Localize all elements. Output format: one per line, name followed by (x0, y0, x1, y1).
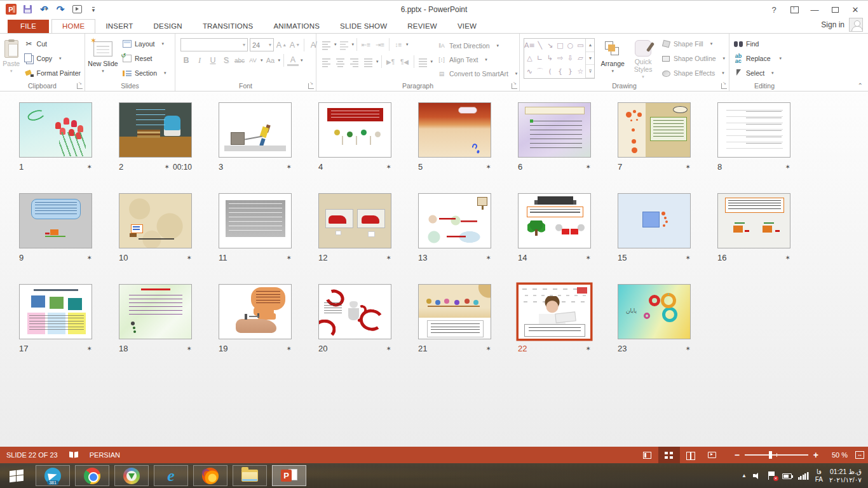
animation-star-icon[interactable]: ✶ (187, 345, 192, 352)
slide-thumbnail-11[interactable] (219, 193, 292, 248)
network-signal-icon[interactable] (798, 472, 809, 480)
taskbar-telegram[interactable]: 381 (36, 465, 70, 486)
action-center-icon[interactable]: ✕ (768, 471, 776, 480)
shape-effects-button[interactable]: Shape Effects ▾ (661, 67, 725, 79)
animation-star-icon[interactable]: ✶ (87, 163, 92, 170)
font-size-combo[interactable]: 24▾ (250, 38, 274, 51)
animation-star-icon[interactable]: ✶ (785, 254, 790, 261)
shrink-font-button[interactable]: A▼ (289, 39, 301, 51)
battery-icon[interactable] (782, 473, 792, 479)
slideshow-view-button[interactable] (702, 447, 723, 463)
decrease-indent-button[interactable]: ⇤≡ (360, 39, 372, 50)
tab-insert[interactable]: INSERT (95, 20, 143, 33)
animation-star-icon[interactable]: ✶ (386, 163, 391, 170)
slide-thumbnail-19[interactable] (219, 284, 292, 339)
animation-star-icon[interactable]: ✶ (586, 163, 591, 170)
restore-button[interactable] (826, 3, 844, 17)
zoom-slider-thumb[interactable] (769, 451, 772, 459)
zoom-out-button[interactable]: − (735, 450, 740, 460)
animation-star-icon[interactable]: ✶ (486, 163, 491, 170)
taskbar-powerpoint[interactable] (272, 465, 306, 486)
reading-view-button[interactable] (680, 447, 702, 463)
animation-star-icon[interactable]: ✶ (187, 254, 192, 261)
bullets-button[interactable] (320, 39, 333, 50)
grow-font-button[interactable]: A▲ (276, 39, 287, 51)
cut-button[interactable]: ✂Cut (24, 37, 81, 50)
justify-button[interactable] (362, 57, 375, 67)
slide-thumbnail-9[interactable] (19, 193, 92, 248)
slide-thumbnail-3[interactable] (219, 102, 292, 158)
tab-animations[interactable]: ANIMATIONS (263, 20, 330, 33)
tab-file[interactable]: FILE (8, 20, 49, 33)
slide-thumbnail-14[interactable] (518, 193, 591, 248)
taskbar-idm[interactable] (114, 465, 149, 486)
hidden-icons-button[interactable]: ▲ (742, 473, 747, 478)
slide-thumbnail-23[interactable]: پایان (618, 284, 691, 339)
tab-transitions[interactable]: TRANSITIONS (193, 20, 264, 33)
italic-button[interactable]: I (194, 55, 205, 66)
shape-outline-button[interactable]: Shape Outline ▾ (661, 52, 725, 65)
slide-thumbnail-13[interactable] (418, 193, 491, 248)
redo-icon[interactable]: ↷ (55, 4, 66, 15)
font-name-combo[interactable]: ▾ (180, 38, 248, 51)
layout-button[interactable]: Layout ▾ (122, 37, 166, 50)
align-right-button[interactable] (348, 57, 361, 67)
fit-to-window-button[interactable] (855, 451, 864, 459)
character-spacing-button[interactable]: AV (247, 55, 259, 66)
line-spacing-button[interactable]: ↕≡ (392, 39, 405, 50)
animation-star-icon[interactable]: ✶ (586, 345, 591, 352)
taskbar-file-explorer[interactable] (233, 465, 267, 486)
animation-star-icon[interactable]: ✶ (785, 163, 790, 170)
sign-in-link[interactable]: Sign in (821, 20, 844, 29)
animation-star-icon[interactable]: ✶ (386, 254, 391, 261)
format-painter-button[interactable]: Format Painter (24, 67, 81, 79)
animation-star-icon[interactable]: ✶ (87, 254, 92, 261)
strikethrough-button[interactable]: abc (234, 55, 245, 66)
slide-thumbnail-16[interactable] (717, 193, 790, 248)
arrange-button[interactable]: Arrange▾ (597, 36, 628, 81)
new-slide-button[interactable]: New Slide▾ (86, 36, 119, 81)
minimize-button[interactable]: — (806, 3, 824, 17)
shapes-gallery-scroll[interactable]: ▲▼⊽ (585, 39, 594, 78)
taskbar-firefox[interactable] (193, 465, 227, 486)
zoom-in-button[interactable]: + (813, 450, 818, 460)
language-label[interactable]: PERSIAN (90, 451, 120, 459)
font-color-button[interactable]: A (287, 55, 299, 66)
drawing-dialog-launcher[interactable] (721, 83, 727, 89)
start-slideshow-icon[interactable] (71, 4, 83, 15)
zoom-level[interactable]: 50 % (825, 451, 848, 459)
shapes-gallery[interactable]: A≡╲↘□○▭ △∟↳⇨⇩▱ ∿⌒({}☆ ▲▼⊽ (524, 38, 595, 79)
avatar[interactable] (849, 18, 863, 32)
change-case-button[interactable]: Aa (265, 55, 276, 66)
animation-star-icon[interactable]: ✶ (287, 163, 292, 170)
text-direction-button[interactable]: ‖AText Direction ▾ (437, 39, 517, 51)
clock[interactable]: ق.ظ 01:21 ۲۰۲۱/۱۲/۰۷ (829, 468, 862, 484)
ltr-direction-button[interactable]: ▶¶ (384, 57, 397, 67)
undo-icon[interactable]: ↶▾ (38, 4, 50, 15)
slide-sorter-view-button[interactable] (658, 447, 680, 463)
align-left-button[interactable] (320, 57, 333, 67)
slide-thumbnail-7[interactable] (618, 102, 691, 158)
slide-thumbnail-12[interactable] (318, 193, 391, 248)
close-button[interactable]: ✕ (846, 3, 864, 17)
bold-button[interactable]: B (180, 55, 192, 66)
animation-star-icon[interactable]: ✶ (486, 254, 491, 261)
copy-button[interactable]: Copy ▾ (24, 52, 81, 65)
columns-button[interactable] (417, 57, 430, 67)
tab-slide-show[interactable]: SLIDE SHOW (330, 20, 397, 33)
tab-review[interactable]: REVIEW (397, 20, 447, 33)
tab-design[interactable]: DESIGN (144, 20, 193, 33)
start-button[interactable] (0, 463, 33, 488)
animation-star-icon[interactable]: ✶ (287, 345, 292, 352)
tab-home[interactable]: HOME (51, 19, 95, 33)
animation-star-icon[interactable]: ✶ (586, 254, 591, 261)
animation-star-icon[interactable]: ✶ (686, 163, 691, 170)
animation-star-icon[interactable]: ✶ (386, 345, 391, 352)
find-button[interactable]: Find (733, 37, 782, 50)
normal-view-button[interactable] (637, 447, 658, 463)
paragraph-dialog-launcher[interactable] (512, 83, 517, 89)
underline-button[interactable]: U (207, 55, 219, 66)
collapse-ribbon-icon[interactable]: ⌃ (858, 82, 863, 89)
slide-thumbnail-17[interactable] (19, 284, 92, 339)
slide-thumbnail-10[interactable] (119, 193, 192, 248)
